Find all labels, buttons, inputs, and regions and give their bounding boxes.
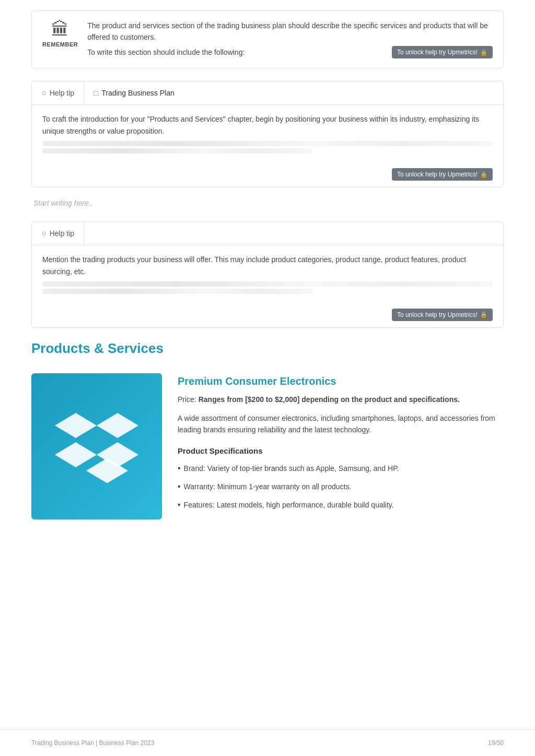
product-price: Price: Ranges from [$200 to $2,000] depe… <box>178 394 504 405</box>
document-icon: □ <box>94 87 98 99</box>
remember-icon-wrap: 🏛 REMEMBER <box>42 20 78 49</box>
help-tip-card-2: ○ Help tip Mention the trading products … <box>31 221 504 328</box>
product-description: A wide assortment of consumer electronic… <box>178 412 504 436</box>
product-specs-title: Product Specifications <box>178 445 504 457</box>
svg-marker-2 <box>55 442 97 467</box>
spec-text-2: Warranty: Minimum 1-year warranty on all… <box>184 481 352 492</box>
product-content-row: Premium Consumer Electronics Price: Rang… <box>31 373 504 519</box>
page-footer: Trading Business Plan | Business Plan 20… <box>0 729 535 756</box>
plan-tab-1[interactable]: □ Trading Business Plan <box>84 82 184 104</box>
remember-content: The product and services section of the … <box>87 20 493 58</box>
spec-text-1: Brand: Variety of top-tier brands such a… <box>184 463 399 474</box>
spec-item-2: Warranty: Minimum 1-year warranty on all… <box>178 481 504 492</box>
remember-label: REMEMBER <box>42 40 78 49</box>
footer-left: Trading Business Plan | Business Plan 20… <box>31 738 154 748</box>
products-services-title: Products & Services <box>31 338 504 359</box>
unlock-button-2[interactable]: To unlock help try Upmetrics! 🔒 <box>392 309 493 321</box>
help-tip-header-2: ○ Help tip <box>32 222 503 245</box>
help-tip-footer-1: To unlock help try Upmetrics! 🔒 <box>32 164 503 187</box>
spec-item-1: Brand: Variety of top-tier brands such a… <box>178 463 504 474</box>
spec-item-3: Features: Latest models, high performanc… <box>178 500 504 511</box>
remember-unlock-label: To unlock help try Upmetrics! <box>397 49 478 56</box>
product-name: Premium Consumer Electronics <box>178 373 504 389</box>
blurred-line-2 <box>42 148 312 153</box>
svg-marker-1 <box>97 413 138 438</box>
spec-text-3: Features: Latest models, high performanc… <box>184 500 394 511</box>
help-tip-body-2: Mention the trading products your busine… <box>32 245 503 304</box>
footer-right: 19/50 <box>488 738 504 748</box>
blurred-line-4 <box>42 289 312 294</box>
remember-box: 🏛 REMEMBER The product and services sect… <box>31 10 504 68</box>
remember-icon: 🏛 <box>51 20 69 38</box>
price-range: Ranges from [$200 to $2,000] depending o… <box>199 395 460 404</box>
lock-icon-1: 🔒 <box>480 171 487 178</box>
spec-list: Brand: Variety of top-tier brands such a… <box>178 463 504 511</box>
help-tip-card-1: ○ Help tip □ Trading Business Plan To cr… <box>31 81 504 187</box>
unlock-button-1[interactable]: To unlock help try Upmetrics! 🔒 <box>392 168 493 181</box>
question-icon: ○ <box>41 87 46 99</box>
blurred-line-1 <box>42 141 493 146</box>
unlock-label-2: To unlock help try Upmetrics! <box>397 311 478 318</box>
plan-tab-label: Trading Business Plan <box>101 88 175 99</box>
help-tip-text-2: Mention the trading products your busine… <box>42 254 493 277</box>
remember-unlock-button[interactable]: To unlock help try Upmetrics! 🔒 <box>392 46 493 58</box>
svg-marker-0 <box>55 413 97 438</box>
price-label: Price: <box>178 395 196 404</box>
remember-text2: To write this section should include the… <box>87 47 245 58</box>
help-tip-tab-1[interactable]: ○ Help tip <box>32 81 84 104</box>
blurred-line-3 <box>42 281 493 287</box>
help-tip-tab-2[interactable]: ○ Help tip <box>32 222 84 245</box>
lock-icon-2: 🔒 <box>480 311 487 318</box>
help-tip-text-1: To craft the introduction for your "Prod… <box>42 113 493 137</box>
help-tip-header-1: ○ Help tip □ Trading Business Plan <box>32 81 503 105</box>
help-tip-body-1: To craft the introduction for your "Prod… <box>32 105 503 164</box>
product-image <box>31 373 162 519</box>
help-tip-label-1: Help tip <box>50 88 74 99</box>
help-tip-footer-2: To unlock help try Upmetrics! 🔒 <box>32 304 503 327</box>
help-tip-label-2: Help tip <box>50 228 74 239</box>
lock-icon: 🔒 <box>480 49 487 56</box>
unlock-label-1: To unlock help try Upmetrics! <box>397 171 478 178</box>
dropbox-logo-icon <box>55 405 138 488</box>
question-icon-2: ○ <box>41 227 46 240</box>
remember-text1: The product and services section of the … <box>87 20 493 43</box>
start-writing-placeholder[interactable]: Start writing here.. <box>31 198 504 209</box>
product-details: Premium Consumer Electronics Price: Rang… <box>178 373 504 518</box>
